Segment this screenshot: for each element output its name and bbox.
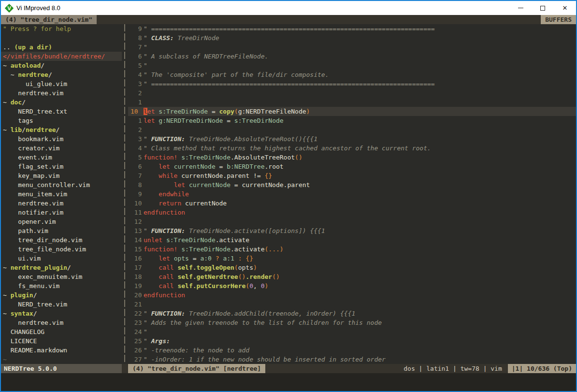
tree-item[interactable]: ~ lib/nerdtree/: [1, 125, 122, 134]
tree-item[interactable]: ~ plugin/: [1, 290, 122, 300]
tree-item[interactable]: ~ doc/: [1, 98, 122, 107]
token-n: currentNode.parent !=: [177, 172, 264, 179]
code-line[interactable]: 10 return currentNode: [128, 199, 576, 208]
tree-item[interactable]: exec_menuitem.vim: [1, 272, 122, 281]
code-line[interactable]: 6 let currentNode = b:NERDTree.root: [128, 162, 576, 171]
code-line[interactable]: 12: [128, 217, 576, 226]
code-line[interactable]: 15 function! s:TreeDirNode.activate(...): [128, 245, 576, 254]
tree-item[interactable]: ui_glue.vim: [1, 79, 122, 88]
minimize-button[interactable]: [509, 1, 532, 15]
token-c: ": [144, 337, 151, 345]
code-line[interactable]: 4 " Class method that returns the highes…: [128, 144, 576, 153]
code-line[interactable]: 2: [128, 88, 576, 98]
tree-item[interactable]: creator.vim: [1, 144, 122, 153]
code-line[interactable]: 10 let s:TreeDirNode = copy(g:NERDTreeFi…: [128, 107, 576, 116]
tree-item[interactable]: path.vim: [1, 226, 122, 235]
line-number: 7: [128, 43, 144, 52]
token-n: exec_menuitem.vim: [3, 273, 82, 280]
tree-item[interactable]: .. (up a dir): [1, 43, 122, 52]
tree-item[interactable]: nerdtree.vim: [1, 318, 122, 327]
token-n: .activate: [216, 236, 249, 244]
token-c: ": [144, 135, 151, 143]
code-line[interactable]: 27 " -inOrder: 1 if the new node should …: [128, 355, 576, 364]
token-k: let: [144, 117, 155, 124]
tree-item[interactable]: nerdtree.vim: [1, 199, 122, 208]
tree-item[interactable]: bookmark.vim: [1, 134, 122, 144]
line-number: 3: [128, 134, 144, 144]
tab-tree-dir-node[interactable]: (4) "tree_dir_node.vim": [1, 15, 97, 24]
tree-item[interactable]: NERD_tree.txt: [1, 107, 122, 116]
tree-item[interactable]: ~ syntax/: [1, 309, 122, 318]
code-line[interactable]: 1: [128, 98, 576, 107]
tree-item[interactable]: LICENCE: [1, 336, 122, 346]
tree-item[interactable]: menu_controller.vim: [1, 180, 122, 189]
tree-item[interactable]: tree_file_node.vim: [1, 245, 122, 254]
code-line[interactable]: 9 " ====================================…: [128, 24, 576, 33]
code-line[interactable]: 19 call self.putCursorHere(0, 0): [128, 281, 576, 290]
close-button[interactable]: ✕: [554, 1, 576, 15]
code-line[interactable]: 3 " FUNCTION: TreeDirNode.AbsoluteTreeRo…: [128, 134, 576, 144]
tree-item[interactable]: menu_item.vim: [1, 189, 122, 199]
code-line[interactable]: 8 let currentNode = currentNode.parent: [128, 180, 576, 189]
code-line[interactable]: 18 call self.getNerdtree().render(): [128, 272, 576, 281]
token-c: ": [144, 34, 151, 42]
code-line[interactable]: 14 unlet s:TreeDirNode.activate: [128, 235, 576, 245]
line-number: 11: [128, 208, 144, 217]
tree-item[interactable]: ~ nerdtree_plugin/: [1, 263, 122, 272]
tree-item[interactable]: opener.vim: [1, 217, 122, 226]
tree-item[interactable]: [1, 33, 122, 43]
code-line[interactable]: 8 " CLASS: TreeDirNode: [128, 33, 576, 43]
token-d: ): [253, 264, 257, 271]
code-line[interactable]: 25 " Args:: [128, 336, 576, 346]
tree-item[interactable]: notifier.vim: [1, 208, 122, 217]
tree-item[interactable]: ~ autoload/: [1, 61, 122, 70]
code-line[interactable]: 9 endwhile: [128, 189, 576, 199]
code-line[interactable]: 3 " ====================================…: [128, 79, 576, 88]
token-f: self.toggleOpen: [177, 264, 234, 271]
tree-item[interactable]: NERD_tree.vim: [1, 300, 122, 309]
code-line[interactable]: 2: [128, 125, 576, 134]
command-line[interactable]: [1, 373, 576, 391]
tree-item[interactable]: </vimfiles/bundle/nerdtree/: [1, 52, 122, 61]
tree-item[interactable]: CHANGELOG: [1, 327, 122, 336]
token-k: unlet: [144, 236, 162, 244]
token-n: opener.vim: [3, 218, 56, 225]
vim-window: V Vi IMproved 8.0 ✕ (4) "tree_dir_node.v…: [0, 0, 577, 392]
code-line[interactable]: 7 ": [128, 43, 576, 52]
token-n: [144, 255, 159, 262]
tree-item[interactable]: nerdtree.vim: [1, 88, 122, 98]
tree-item[interactable]: flag_set.vim: [1, 162, 122, 171]
tree-item[interactable]: ui.vim: [1, 254, 122, 263]
code-line[interactable]: 20 endfunction: [128, 290, 576, 300]
tree-item[interactable]: event.vim: [1, 153, 122, 162]
tree-item[interactable]: fs_menu.vim: [1, 281, 122, 290]
code-line[interactable]: 21: [128, 300, 576, 309]
code-line[interactable]: 16 let opts = a:0 ? a:1 : {}: [128, 254, 576, 263]
code-line[interactable]: 1 let g:NERDTreeDirNode = s:TreeDirNode: [128, 116, 576, 125]
code-line[interactable]: 11 endfunction: [128, 208, 576, 217]
tree-item[interactable]: ~ nerdtree/: [1, 70, 122, 79]
tree-item[interactable]: tags: [1, 116, 122, 125]
code-line[interactable]: 5 function! s:TreeDirNode.AbsoluteTreeRo…: [128, 153, 576, 162]
code-line[interactable]: 23 " Adds the given treenode to the list…: [128, 318, 576, 327]
token-n: tree_dir_node.vim: [3, 236, 82, 244]
code-line[interactable]: 6 " A subclass of NERDTreeFileNode.: [128, 52, 576, 61]
maximize-button[interactable]: [532, 1, 554, 15]
code-line[interactable]: 13 " FUNCTION: TreeDirNode.activate([opt…: [128, 226, 576, 235]
code-line[interactable]: 22 " FUNCTION: TreeDirNode.addChild(tree…: [128, 309, 576, 318]
tree-item[interactable]: " Press ? for help: [1, 24, 122, 33]
window-separator[interactable]: [122, 24, 128, 364]
line-number: 8: [128, 33, 144, 43]
line-number: 19: [128, 281, 144, 290]
code-line[interactable]: 7 while currentNode.parent != {}: [128, 171, 576, 180]
code-line[interactable]: 17 call self.toggleOpen(opts): [128, 263, 576, 272]
tree-item[interactable]: tree_dir_node.vim: [1, 235, 122, 245]
code-line[interactable]: 26 " -treenode: the node to add: [128, 346, 576, 355]
code-line[interactable]: 5 ": [128, 61, 576, 70]
tree-item[interactable]: ~: [1, 355, 122, 364]
tree-item[interactable]: README.markdown: [1, 346, 122, 355]
token-dir: autoload: [11, 62, 41, 69]
code-line[interactable]: 24 ": [128, 327, 576, 336]
tree-item[interactable]: key_map.vim: [1, 171, 122, 180]
code-line[interactable]: 4 " The 'composite' part of the file/dir…: [128, 70, 576, 79]
